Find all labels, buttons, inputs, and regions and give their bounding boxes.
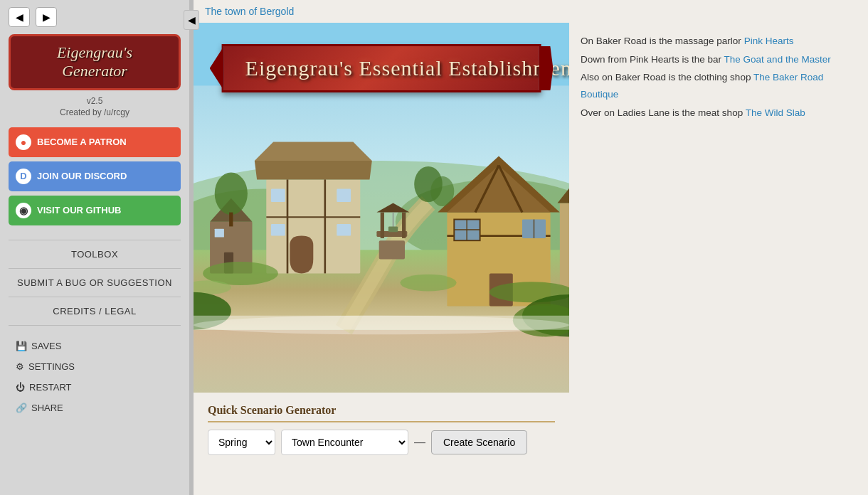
svg-point-48 bbox=[430, 176, 454, 206]
svg-marker-10 bbox=[255, 161, 372, 179]
location-link-2[interactable]: The Baker Road Boutique bbox=[581, 72, 823, 100]
svg-rect-15 bbox=[271, 189, 285, 202]
town-title: The town of Bergold bbox=[194, 0, 868, 23]
nav-back-button[interactable]: ◀ bbox=[9, 7, 30, 27]
encounter-select[interactable]: Town Encounter Wilderness Encounter Dung… bbox=[281, 430, 408, 455]
settings-button[interactable]: ⚙ SETTINGS bbox=[9, 356, 181, 377]
svg-rect-21 bbox=[381, 213, 384, 238]
location-item: On Baker Road is the massage parlor Pink… bbox=[581, 33, 857, 50]
hero-right-panel: On Baker Road is the massage parlor Pink… bbox=[569, 23, 868, 495]
banner-ribbon: Eigengrau's Essential Establishment Gene… bbox=[222, 44, 541, 92]
svg-rect-39 bbox=[560, 203, 569, 287]
share-icon: 🔗 bbox=[16, 403, 27, 413]
discord-icon: D bbox=[16, 169, 31, 184]
restart-button[interactable]: ⏻ RESTART bbox=[9, 377, 181, 398]
nav-arrows: ◀ ▶ bbox=[9, 7, 57, 27]
svg-marker-11 bbox=[255, 142, 372, 161]
scenario-dash: — bbox=[414, 436, 425, 449]
sidebar-bottom: 💾 SAVES ⚙ SETTINGS ⏻ RESTART 🔗 SHARE bbox=[9, 336, 181, 418]
svg-point-42 bbox=[400, 275, 456, 292]
collapse-button[interactable]: ◀ bbox=[184, 10, 199, 30]
banner-title-text: Eigengrau's Essential Establishment Gene… bbox=[245, 56, 569, 80]
restart-icon: ⏻ bbox=[16, 382, 25, 393]
scenario-controls: Spring Summer Autumn Winter Town Encount… bbox=[208, 430, 555, 455]
sidebar-divider-3 bbox=[9, 297, 181, 297]
locations-text: On Baker Road is the massage parlor Pink… bbox=[581, 33, 857, 122]
sidebar-divider-4 bbox=[9, 325, 181, 326]
hero-left: Eigengrau's Essential Establishment Gene… bbox=[194, 23, 569, 495]
location-link-1[interactable]: The Goat and the Master bbox=[724, 54, 831, 65]
svg-point-45 bbox=[215, 173, 248, 215]
credits-link[interactable]: CREDITS / LEGAL bbox=[9, 300, 181, 322]
github-button[interactable]: ◉ VISIT OUR GITHUB bbox=[9, 196, 181, 225]
created-by-text: Created by /u/rcgy bbox=[60, 107, 129, 117]
location-item: Over on Ladies Lane is the meat shop The… bbox=[581, 105, 857, 122]
patron-button[interactable]: ● BECOME A PATRON bbox=[9, 127, 181, 157]
location-item: Also on Baker Road is the clothing shop … bbox=[581, 69, 857, 102]
discord-button[interactable]: D JOIN OUR DISCORD bbox=[9, 161, 181, 191]
main-layout: Eigengrau's Essential Establishment Gene… bbox=[194, 23, 868, 495]
main-content: The town of Bergold bbox=[194, 0, 868, 495]
sidebar-divider-1 bbox=[9, 240, 181, 240]
logo-box: Eigengrau's Generator bbox=[9, 34, 181, 90]
hero-banner: Eigengrau's Essential Establishment Gene… bbox=[194, 23, 569, 393]
svg-rect-18 bbox=[337, 224, 351, 236]
github-icon: ◉ bbox=[16, 203, 31, 218]
toolbox-link[interactable]: TOOLBOX bbox=[9, 243, 181, 265]
logo-text: Eigengrau's Generator bbox=[22, 43, 167, 81]
location-link-3[interactable]: The Wild Slab bbox=[746, 107, 805, 118]
saves-button[interactable]: 💾 SAVES bbox=[9, 336, 181, 356]
svg-rect-46 bbox=[229, 213, 233, 227]
saves-icon: 💾 bbox=[16, 341, 27, 351]
location-item: Down from Pink Hearts is the bar The Goa… bbox=[581, 51, 857, 68]
share-button[interactable]: 🔗 SHARE bbox=[9, 398, 181, 418]
patron-icon: ● bbox=[16, 134, 31, 150]
svg-rect-16 bbox=[337, 189, 351, 202]
svg-point-53 bbox=[194, 316, 569, 334]
settings-icon: ⚙ bbox=[16, 361, 24, 372]
create-scenario-button[interactable]: Create Scenario bbox=[431, 430, 527, 454]
svg-rect-25 bbox=[388, 226, 398, 232]
svg-rect-8 bbox=[215, 229, 224, 238]
banner-title-wrap: Eigengrau's Essential Establishment Gene… bbox=[222, 44, 541, 92]
sidebar: ◀ ▶ Eigengrau's Generator v2.5 Created b… bbox=[0, 0, 191, 495]
svg-rect-19 bbox=[379, 240, 405, 259]
svg-rect-22 bbox=[402, 213, 406, 238]
version-text: v2.5 bbox=[87, 96, 103, 106]
quick-scenario-title: Quick Scenario Generator bbox=[208, 404, 555, 422]
location-link-0[interactable]: Pink Hearts bbox=[744, 36, 794, 46]
quick-scenario-panel: Quick Scenario Generator Spring Summer A… bbox=[194, 393, 569, 467]
sidebar-divider-2 bbox=[9, 268, 181, 269]
svg-rect-17 bbox=[271, 224, 285, 236]
season-select[interactable]: Spring Summer Autumn Winter bbox=[208, 430, 275, 455]
bug-report-link[interactable]: SUBMIT A BUG OR SUGGESTION bbox=[9, 272, 181, 294]
nav-forward-button[interactable]: ▶ bbox=[36, 7, 57, 27]
